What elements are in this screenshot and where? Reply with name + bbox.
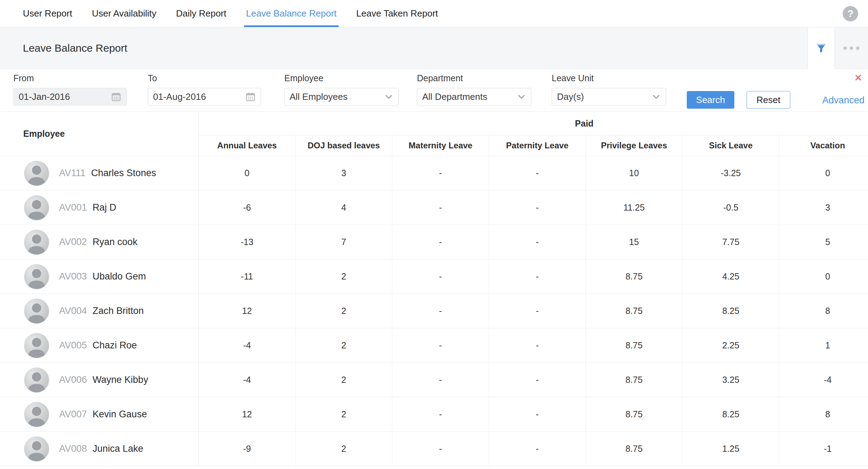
leave-value-cell: 7 bbox=[296, 225, 392, 259]
leave-value-cell: - bbox=[392, 294, 489, 328]
leave-value-cell: 8.75 bbox=[586, 363, 683, 397]
column-header-privilege-leaves: Privilege Leaves bbox=[586, 135, 683, 156]
employee-id: AV008 bbox=[59, 443, 87, 454]
table-row[interactable]: AV005 Chazi Roe -42--8.752.251 bbox=[0, 328, 868, 362]
employee-name: Raj D bbox=[93, 202, 116, 213]
leave-value-cell: 12 bbox=[199, 294, 296, 328]
advanced-link[interactable]: Advanced bbox=[822, 95, 864, 106]
department-filter-field: Department All Departments bbox=[417, 73, 531, 105]
employee-name: Zach Britton bbox=[93, 306, 144, 316]
leave-value-cell: 15 bbox=[586, 225, 683, 259]
leave-value-cell: - bbox=[489, 225, 586, 259]
leave-value-cell: -4 bbox=[199, 328, 296, 362]
leave-value-cell: - bbox=[489, 432, 586, 466]
help-icon: ? bbox=[847, 8, 853, 19]
employee-cell: AV007 Kevin Gause bbox=[0, 397, 199, 431]
leave-value-cell: 3.25 bbox=[683, 363, 779, 397]
search-button[interactable]: Search bbox=[687, 91, 734, 109]
table-row[interactable]: AV111 Charles Stones 03--10-3.250 bbox=[0, 156, 868, 190]
leave-value-cell: -6 bbox=[199, 191, 296, 225]
from-date-input[interactable]: 01-Jan-2016 bbox=[13, 88, 127, 105]
leave-value-cell: 12 bbox=[199, 397, 296, 431]
employee-name: Ryan cook bbox=[93, 237, 138, 248]
avatar bbox=[24, 402, 49, 427]
leave-value-cell: - bbox=[392, 432, 489, 466]
close-filter-icon[interactable]: ✕ bbox=[854, 73, 862, 83]
leave-value-cell: - bbox=[392, 191, 489, 225]
calendar-icon[interactable] bbox=[245, 91, 256, 102]
leave-value-cell: 11.25 bbox=[586, 191, 683, 225]
leave-value-cell: 8.75 bbox=[586, 294, 683, 328]
leave-value-cell: 8.25 bbox=[683, 397, 779, 431]
leave-value-cell: - bbox=[392, 328, 489, 362]
tab-leave-taken-report[interactable]: Leave Taken Report bbox=[356, 0, 438, 27]
reset-button[interactable]: Reset bbox=[747, 91, 790, 109]
leave-value-cell: 2 bbox=[296, 432, 392, 466]
avatar bbox=[24, 298, 49, 324]
leave-value-cell: -13 bbox=[199, 225, 296, 259]
table-row[interactable]: AV008 Junica Lake -92--8.751.25-1 bbox=[0, 431, 868, 466]
tab-user-availability[interactable]: User Availability bbox=[92, 0, 156, 27]
leave-value-cell: -4 bbox=[199, 363, 296, 397]
leave-report-app: User ReportUser AvailabilityDaily Report… bbox=[0, 0, 868, 469]
avatar bbox=[24, 230, 49, 255]
from-label: From bbox=[13, 73, 127, 83]
leave-value-cell: 0 bbox=[779, 156, 868, 190]
leave-unit-label: Leave Unit bbox=[552, 73, 666, 83]
leave-value-cell: - bbox=[489, 156, 586, 190]
table-body: AV111 Charles Stones 03--10-3.250 AV001 … bbox=[0, 156, 868, 466]
leave-value-cell: - bbox=[489, 397, 586, 431]
employee-select-value: All Employees bbox=[290, 91, 348, 102]
tab-leave-balance-report[interactable]: Leave Balance Report bbox=[246, 0, 336, 27]
leave-unit-select[interactable]: Day(s) bbox=[552, 88, 666, 105]
to-date-input[interactable]: 01-Aug-2016 bbox=[148, 88, 261, 105]
leave-value-cell: - bbox=[489, 328, 586, 362]
calendar-icon[interactable] bbox=[111, 91, 121, 102]
tab-user-report[interactable]: User Report bbox=[23, 0, 72, 27]
leave-unit-select-value: Day(s) bbox=[557, 91, 584, 102]
employee-id: AV111 bbox=[59, 168, 85, 179]
column-header-sick-leave: Sick Leave bbox=[683, 135, 779, 156]
leave-value-cell: 10 bbox=[586, 156, 683, 190]
leave-value-cell: 8.75 bbox=[586, 259, 683, 294]
employee-filter-field: Employee All Employees bbox=[284, 73, 399, 105]
department-label: Department bbox=[417, 73, 531, 83]
employee-cell: AV005 Chazi Roe bbox=[0, 328, 199, 362]
table-row[interactable]: AV002 Ryan cook -137--157.755 bbox=[0, 225, 868, 259]
tab-daily-report[interactable]: Daily Report bbox=[176, 0, 226, 27]
table-row[interactable]: AV001 Raj D -64--11.25-0.53 bbox=[0, 190, 868, 225]
to-date-field: To 01-Aug-2016 bbox=[148, 73, 261, 105]
employee-name: Kevin Gause bbox=[93, 409, 147, 420]
filter-bar: From 01-Jan-2016 bbox=[0, 69, 868, 112]
leave-value-cell: 5 bbox=[779, 225, 868, 259]
page-title: Leave Balance Report bbox=[0, 42, 807, 54]
department-select[interactable]: All Departments bbox=[417, 88, 531, 105]
chevron-down-icon bbox=[517, 92, 526, 101]
table-row[interactable]: AV003 Ubaldo Gem -112--8.754.250 bbox=[0, 259, 868, 294]
report-tab-bar: User ReportUser AvailabilityDaily Report… bbox=[0, 0, 868, 27]
table-row[interactable]: AV006 Wayne Kibby -42--8.753.25-4 bbox=[0, 362, 868, 397]
leave-value-cell: 4.25 bbox=[683, 259, 779, 294]
help-button[interactable]: ? bbox=[843, 6, 858, 21]
filter-toggle-button[interactable] bbox=[807, 27, 835, 69]
more-options-button[interactable] bbox=[835, 27, 868, 69]
leave-value-cell: -3.25 bbox=[683, 156, 779, 190]
leave-value-cell: - bbox=[392, 259, 489, 294]
employee-select[interactable]: All Employees bbox=[284, 88, 399, 105]
employee-cell: AV001 Raj D bbox=[0, 191, 199, 225]
avatar bbox=[24, 436, 49, 462]
table-row[interactable]: AV004 Zach Britton 122--8.758.258 bbox=[0, 294, 868, 328]
employee-label: Employee bbox=[284, 73, 399, 83]
leave-value-cell: 2 bbox=[296, 397, 392, 431]
leave-value-cell: 8 bbox=[779, 294, 868, 328]
table-row[interactable]: AV007 Kevin Gause 122--8.758.258 bbox=[0, 397, 868, 431]
leave-value-cell: - bbox=[489, 191, 586, 225]
chevron-down-icon bbox=[652, 92, 661, 101]
leave-value-cell: 8.75 bbox=[586, 432, 683, 466]
employee-id: AV004 bbox=[59, 306, 87, 316]
leave-unit-filter-field: Leave Unit Day(s) bbox=[552, 73, 666, 105]
leave-value-cell: 1.25 bbox=[683, 432, 779, 466]
column-header-annual-leaves: Annual Leaves bbox=[199, 135, 296, 156]
title-bar: Leave Balance Report bbox=[0, 27, 868, 69]
from-date-value: 01-Jan-2016 bbox=[19, 91, 70, 102]
